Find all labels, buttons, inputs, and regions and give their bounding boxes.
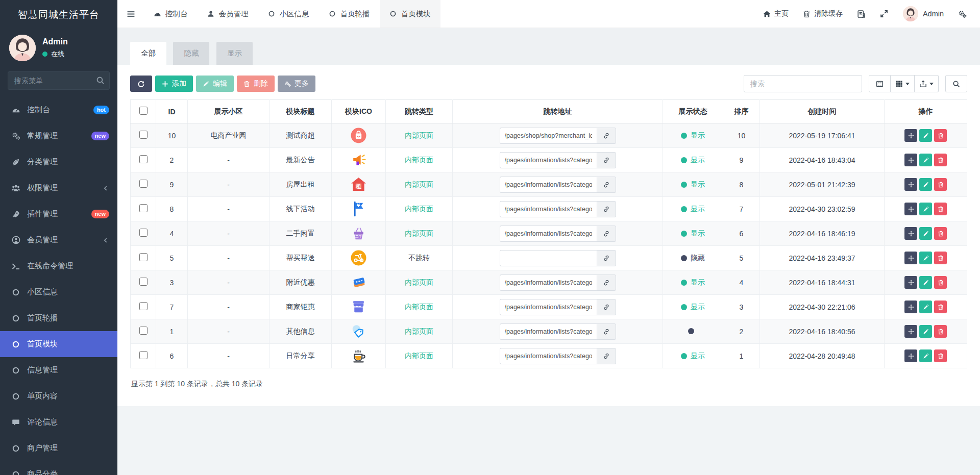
row-edit-button[interactable]: [919, 154, 932, 166]
search-button[interactable]: [945, 75, 967, 92]
drag-sort-button[interactable]: [904, 178, 917, 191]
link-button[interactable]: [597, 250, 616, 266]
link-button[interactable]: [597, 177, 616, 193]
row-checkbox[interactable]: [139, 229, 148, 237]
link-button[interactable]: [597, 128, 616, 144]
filter-tab-all[interactable]: 全部: [130, 42, 166, 65]
home-link[interactable]: 主页: [763, 9, 789, 18]
sidebar-item-home-banner[interactable]: 首页轮播: [0, 305, 117, 331]
row-delete-button[interactable]: [934, 276, 947, 289]
link-button[interactable]: [597, 226, 616, 242]
language-icon[interactable]: [857, 10, 866, 18]
export-dropdown-button[interactable]: [915, 75, 939, 92]
jump-url-input[interactable]: [500, 323, 597, 340]
row-checkbox[interactable]: [139, 351, 148, 359]
status-badge[interactable]: 隐藏: [681, 254, 705, 263]
columns-dropdown-button[interactable]: [891, 75, 915, 92]
status-badge[interactable]: 显示: [681, 205, 705, 214]
row-delete-button[interactable]: [934, 154, 947, 166]
refresh-button[interactable]: [130, 76, 152, 92]
status-badge[interactable]: 显示: [681, 131, 705, 140]
row-edit-button[interactable]: [919, 349, 932, 362]
row-edit-button[interactable]: [919, 227, 932, 240]
drag-sort-button[interactable]: [904, 349, 917, 362]
sidebar-item-auth[interactable]: 权限管理: [0, 175, 117, 201]
sidebar-item-single-page[interactable]: 单页内容: [0, 383, 117, 409]
table-search-input[interactable]: [744, 75, 862, 92]
jump-url-input[interactable]: [500, 299, 597, 315]
row-checkbox[interactable]: [139, 155, 148, 163]
add-button[interactable]: 添加: [155, 76, 193, 92]
drag-sort-button[interactable]: [904, 252, 917, 264]
jump-url-input[interactable]: [500, 201, 597, 217]
row-checkbox[interactable]: [139, 327, 148, 335]
tab-home-module[interactable]: 首页模块: [380, 0, 440, 28]
link-button[interactable]: [597, 323, 616, 340]
user-avatar[interactable]: [9, 35, 36, 61]
settings-gears-icon[interactable]: [958, 10, 967, 18]
drag-sort-button[interactable]: [904, 301, 917, 313]
sidebar-item-community-info[interactable]: 小区信息: [0, 279, 117, 305]
row-edit-button[interactable]: [919, 203, 932, 215]
menu-search-input[interactable]: [8, 71, 110, 90]
row-delete-button[interactable]: [934, 252, 947, 264]
tab-community-info[interactable]: 小区信息: [258, 0, 319, 28]
tab-home-banner[interactable]: 首页轮播: [319, 0, 380, 28]
link-button[interactable]: [597, 348, 616, 364]
row-checkbox[interactable]: [139, 302, 148, 310]
sidebar-item-merchant[interactable]: 商户管理: [0, 435, 117, 461]
detail-view-button[interactable]: [869, 75, 891, 92]
jump-url-input[interactable]: [500, 226, 597, 242]
sidebar-item-goods-category[interactable]: 商品分类: [0, 461, 117, 475]
edit-button[interactable]: 编辑: [196, 76, 234, 92]
user-menu[interactable]: Admin: [903, 6, 944, 21]
filter-tab-hidden[interactable]: 隐藏: [173, 42, 209, 65]
row-edit-button[interactable]: [919, 325, 932, 338]
sidebar-item-info-manage[interactable]: 信息管理: [0, 357, 117, 383]
sidebar-item-comments[interactable]: 评论信息: [0, 409, 117, 435]
jump-url-input[interactable]: [500, 250, 597, 266]
link-button[interactable]: [597, 299, 616, 315]
drag-sort-button[interactable]: [904, 154, 917, 166]
sidebar-item-member[interactable]: 会员管理: [0, 227, 117, 253]
tab-member[interactable]: 会员管理: [198, 0, 258, 28]
jump-url-input[interactable]: [500, 274, 597, 291]
select-all-checkbox[interactable]: [139, 107, 148, 115]
more-button[interactable]: 更多: [278, 76, 315, 92]
sidebar-item-addon[interactable]: 插件管理new: [0, 201, 117, 227]
drag-sort-button[interactable]: [904, 129, 917, 142]
delete-button[interactable]: 删除: [237, 76, 275, 92]
jump-url-input[interactable]: [500, 152, 597, 168]
status-badge[interactable]: 显示: [681, 156, 705, 165]
link-button[interactable]: [597, 152, 616, 168]
drag-sort-button[interactable]: [904, 276, 917, 289]
row-checkbox[interactable]: [139, 253, 148, 261]
sidebar-item-category[interactable]: 分类管理: [0, 149, 117, 175]
status-badge[interactable]: 显示: [681, 180, 705, 189]
status-badge[interactable]: 显示: [681, 352, 705, 361]
row-checkbox[interactable]: [139, 131, 148, 139]
row-edit-button[interactable]: [919, 178, 932, 191]
row-delete-button[interactable]: [934, 349, 947, 362]
row-delete-button[interactable]: [934, 227, 947, 240]
hamburger-menu-button[interactable]: [117, 0, 144, 28]
status-badge[interactable]: 显示: [681, 278, 705, 287]
row-delete-button[interactable]: [934, 129, 947, 142]
drag-sort-button[interactable]: [904, 227, 917, 240]
row-delete-button[interactable]: [934, 178, 947, 191]
row-edit-button[interactable]: [919, 276, 932, 289]
row-delete-button[interactable]: [934, 203, 947, 215]
jump-url-input[interactable]: [500, 128, 597, 144]
sidebar-item-command[interactable]: 在线命令管理: [0, 253, 117, 279]
filter-tab-visible[interactable]: 显示: [216, 42, 253, 65]
tab-dashboard[interactable]: 控制台: [144, 0, 198, 28]
drag-sort-button[interactable]: [904, 203, 917, 215]
sidebar-item-dashboard[interactable]: 控制台hot: [0, 97, 117, 123]
row-edit-button[interactable]: [919, 252, 932, 264]
row-edit-button[interactable]: [919, 129, 932, 142]
status-badge[interactable]: [688, 328, 698, 334]
link-button[interactable]: [597, 201, 616, 217]
row-delete-button[interactable]: [934, 301, 947, 313]
drag-sort-button[interactable]: [904, 325, 917, 338]
status-badge[interactable]: 显示: [681, 229, 705, 238]
